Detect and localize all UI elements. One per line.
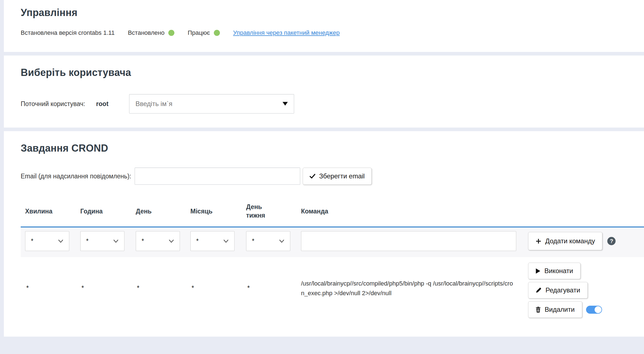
task-weekday: * — [242, 257, 297, 318]
task-command: /usr/local/brainycp//src/compiled/php5/b… — [297, 257, 521, 318]
delete-task-label: Видалити — [545, 306, 575, 313]
task-day: * — [131, 257, 186, 318]
day-select[interactable]: * — [136, 231, 180, 251]
minute-select-value: * — [31, 237, 33, 245]
command-input[interactable] — [301, 231, 516, 251]
delete-task-button[interactable]: Видалити — [528, 301, 582, 318]
hour-select[interactable]: * — [80, 231, 124, 251]
edit-task-label: Редагувати — [545, 286, 580, 294]
management-panel: Управління Встановлена версія crontabs 1… — [4, 0, 644, 52]
installed-status-label: Встановлено — [128, 29, 164, 36]
weekday-select-value: * — [252, 237, 254, 245]
chevron-down-icon — [113, 239, 119, 243]
email-row: Email (для надсилання повідомлень): Збер… — [21, 168, 644, 185]
pencil-icon — [536, 287, 542, 293]
new-task-row: * * * — [21, 228, 644, 257]
current-user-label: Поточний користувач: — [21, 100, 85, 108]
running-status: Працює — [188, 29, 220, 36]
col-header-month: Місяць — [186, 202, 242, 222]
current-user-value: root — [96, 100, 108, 108]
weekday-select[interactable]: * — [246, 231, 290, 251]
col-header-actions — [521, 206, 644, 218]
trash-icon — [536, 307, 541, 313]
col-header-day: День — [131, 202, 186, 222]
task-hour: * — [76, 257, 131, 318]
col-header-weekday: День тижня — [242, 197, 297, 226]
chevron-down-icon — [279, 239, 284, 243]
task-actions: Виконати Редагувати — [521, 257, 644, 318]
col-header-hour: Година — [76, 202, 131, 222]
crond-panel: Завдання CROND Email (для надсилання пов… — [4, 131, 644, 337]
check-icon — [310, 174, 315, 179]
user-select-placeholder: Введіть ім`я — [135, 100, 172, 108]
chevron-down-icon — [223, 239, 229, 243]
management-title: Управління — [21, 7, 638, 19]
minute-select[interactable]: * — [25, 231, 69, 251]
package-manager-link[interactable]: Управління через пакетний менеджер — [233, 29, 340, 36]
delete-line: Видалити — [528, 301, 602, 318]
installed-status-dot-icon — [168, 30, 174, 36]
col-header-command: Команда — [297, 202, 521, 222]
installed-status: Встановлено — [128, 29, 174, 36]
add-command-button[interactable]: Додати команду — [528, 232, 602, 250]
month-select[interactable]: * — [190, 231, 235, 251]
save-email-button[interactable]: Зберегти email — [303, 168, 372, 185]
select-user-panel: Виберіть користувача Поточний користувач… — [4, 56, 644, 128]
help-icon[interactable]: ? — [607, 237, 616, 245]
installed-version-text: Встановлена версія crontabs 1.11 — [21, 29, 115, 36]
email-label: Email (для надсилання повідомлень): — [21, 173, 131, 180]
task-minute: * — [21, 257, 76, 318]
chevron-down-icon — [58, 239, 63, 243]
chevron-down-icon — [169, 239, 174, 243]
task-row: * * * * * /usr/local/brainycp//src/compi… — [21, 257, 644, 318]
edit-task-button[interactable]: Редагувати — [528, 282, 588, 298]
running-status-dot-icon — [214, 30, 220, 36]
save-email-label: Зберегти email — [319, 172, 365, 180]
crond-table: Хвилина Година День Місяць День тижня Ко… — [21, 197, 644, 318]
current-user-row: Поточний користувач: root Введіть ім`я — [21, 94, 638, 113]
run-task-label: Виконати — [544, 267, 573, 275]
page: Управління Встановлена версія crontabs 1… — [0, 0, 644, 337]
day-select-value: * — [142, 237, 144, 245]
user-select[interactable]: Введіть ім`я — [129, 94, 294, 113]
month-select-value: * — [196, 237, 199, 245]
running-status-label: Працює — [188, 29, 210, 36]
plus-icon — [536, 238, 541, 244]
crond-table-header: Хвилина Година День Місяць День тижня Ко… — [21, 197, 644, 228]
caret-down-icon — [283, 102, 288, 106]
task-enabled-toggle[interactable] — [586, 306, 602, 314]
hour-select-value: * — [86, 237, 89, 245]
col-header-minute: Хвилина — [21, 202, 76, 222]
crond-title: Завдання CROND — [21, 142, 644, 154]
select-user-title: Виберіть користувача — [21, 67, 638, 79]
email-input[interactable] — [135, 168, 300, 185]
run-task-button[interactable]: Виконати — [528, 263, 581, 279]
task-month: * — [186, 257, 242, 318]
add-command-label: Додати команду — [545, 237, 595, 245]
management-status-row: Встановлена версія crontabs 1.11 Встанов… — [21, 29, 638, 36]
toggle-knob-icon — [595, 306, 602, 313]
play-icon — [536, 268, 541, 274]
